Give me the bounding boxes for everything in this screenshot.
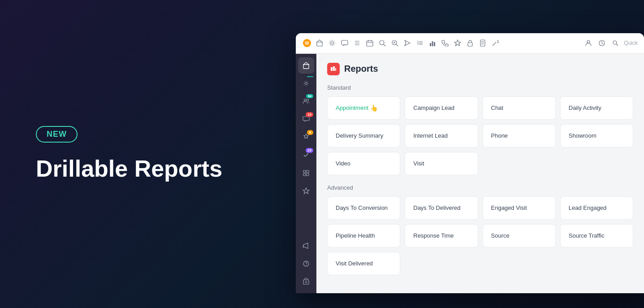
toolbar-right: Quick: [583, 38, 638, 48]
numbered-list-icon[interactable]: 123: [415, 38, 425, 48]
lock-icon[interactable]: [465, 38, 475, 48]
page-icon: [327, 63, 340, 75]
sidebar-item-contacts[interactable]: 64: [298, 93, 314, 109]
page-header: Reports: [327, 63, 633, 75]
history-icon[interactable]: [597, 38, 607, 48]
app-logo-icon[interactable]: W: [302, 38, 312, 48]
tasks-badge: 25: [306, 148, 313, 153]
svg-rect-24: [430, 43, 431, 46]
svg-point-46: [306, 265, 306, 265]
svg-rect-8: [367, 41, 373, 46]
report-card-phone[interactable]: Phone: [483, 124, 556, 147]
svg-line-35: [616, 44, 618, 46]
advanced-cards-row2: Pipeline Health Response Time Source Sou…: [327, 224, 633, 247]
report-card-source[interactable]: Source: [483, 224, 556, 247]
report-card-delivery-summary[interactable]: Delivery Summary: [327, 124, 400, 147]
svg-point-48: [305, 281, 307, 283]
report-card-days-to-delivered[interactable]: Days To Delivered: [405, 196, 478, 220]
report-card-daily-activity[interactable]: Daily Activity: [560, 96, 633, 120]
headline: Drillable Reports: [36, 156, 251, 182]
leads-badge: 8: [307, 130, 313, 135]
sidebar-item-messages[interactable]: 10: [298, 111, 314, 127]
report-card-video[interactable]: Video: [327, 152, 400, 175]
contacts-badge: 64: [306, 94, 313, 98]
report-card-response-time[interactable]: Response Time: [405, 224, 478, 247]
advanced-section-label: Advanced: [327, 184, 633, 191]
home-icon[interactable]: [315, 38, 324, 48]
list-icon[interactable]: [352, 38, 362, 48]
new-badge: NEW: [36, 126, 78, 143]
main-layout: 64 10 8 25: [296, 54, 644, 293]
sidebar-item-favorites[interactable]: [298, 183, 314, 199]
page-title: Reports: [344, 64, 378, 74]
zoom-icon[interactable]: [390, 38, 400, 48]
document-icon[interactable]: [478, 38, 488, 48]
report-card-visit[interactable]: Visit: [405, 152, 478, 175]
report-card-chat[interactable]: Chat: [483, 96, 556, 120]
left-panel: NEW Drillable Reports: [0, 99, 296, 208]
report-card-lead-engaged[interactable]: Lead Engaged: [560, 196, 633, 220]
svg-rect-36: [303, 65, 309, 69]
svg-rect-49: [331, 67, 333, 71]
svg-point-39: [307, 99, 309, 101]
settings-icon[interactable]: [327, 38, 337, 48]
svg-text:3: 3: [417, 43, 419, 45]
search-icon[interactable]: [377, 38, 387, 48]
report-card-campaign-lead[interactable]: Campaign Lead: [405, 96, 478, 120]
sidebar-item-help[interactable]: [298, 256, 314, 272]
report-card-appointment[interactable]: Appointment 👆: [327, 96, 400, 120]
chat-bubble-icon[interactable]: [340, 38, 350, 48]
report-card-engaged-visit[interactable]: Engaged Visit: [483, 196, 556, 220]
svg-point-32: [587, 40, 590, 43]
standard-section-label: Standard: [327, 84, 633, 91]
report-card-pipeline-health[interactable]: Pipeline Health: [327, 224, 400, 247]
svg-rect-27: [468, 43, 472, 46]
sidebar-item-announcements[interactable]: [298, 238, 314, 254]
app-window: W 123: [296, 33, 644, 293]
bar-chart-icon[interactable]: [428, 38, 437, 48]
svg-rect-4: [341, 40, 348, 45]
svg-rect-2: [317, 42, 322, 46]
settings-badge: [307, 76, 313, 77]
standard-cards-row3: Video Visit: [327, 152, 633, 175]
svg-rect-26: [434, 42, 435, 46]
sidebar-item-tools[interactable]: [298, 165, 314, 181]
svg-point-37: [305, 82, 307, 84]
star-icon[interactable]: [453, 38, 462, 48]
svg-point-3: [331, 42, 333, 44]
standard-cards-row1: Appointment 👆 Campaign Lead Chat Daily A…: [327, 96, 633, 120]
sidebar-item-leads[interactable]: 8: [298, 129, 314, 145]
toolbar: W 123: [296, 33, 644, 54]
quick-search-label: Quick: [624, 40, 638, 46]
advanced-cards-row3: Visit Delivered: [327, 252, 633, 275]
svg-rect-51: [335, 68, 336, 71]
svg-rect-50: [333, 66, 335, 71]
svg-rect-40: [303, 117, 309, 121]
svg-rect-47: [303, 280, 309, 284]
calendar-icon[interactable]: [365, 38, 375, 48]
sidebar-item-home[interactable]: [298, 57, 314, 74]
svg-point-38: [304, 99, 307, 101]
sidebar: 64 10 8 25: [296, 54, 316, 293]
tools-icon[interactable]: [490, 38, 500, 48]
svg-text:W: W: [305, 41, 309, 46]
standard-cards-row2: Delivery Summary Internet Lead Phone Sho…: [327, 124, 633, 147]
svg-line-15: [396, 44, 398, 46]
user-icon[interactable]: [583, 38, 593, 48]
report-card-internet-lead[interactable]: Internet Lead: [405, 124, 478, 147]
sidebar-item-admin[interactable]: [298, 273, 314, 290]
report-card-showroom[interactable]: Showroom: [560, 124, 633, 147]
svg-line-13: [384, 44, 385, 46]
svg-rect-25: [432, 41, 433, 46]
search-toolbar-icon[interactable]: [610, 38, 620, 48]
send-icon[interactable]: [402, 38, 412, 48]
svg-point-12: [380, 40, 384, 45]
advanced-cards-row1: Days To Conversion Days To Delivered Eng…: [327, 196, 633, 220]
report-card-source-traffic[interactable]: Source Traffic: [560, 224, 633, 247]
report-card-days-to-conversion[interactable]: Days To Conversion: [327, 196, 400, 220]
sidebar-item-settings[interactable]: [298, 75, 314, 91]
report-card-visit-delivered[interactable]: Visit Delivered: [327, 252, 400, 275]
phone-icon[interactable]: [440, 38, 450, 48]
svg-rect-43: [303, 174, 306, 176]
sidebar-item-tasks[interactable]: 25: [298, 147, 314, 163]
